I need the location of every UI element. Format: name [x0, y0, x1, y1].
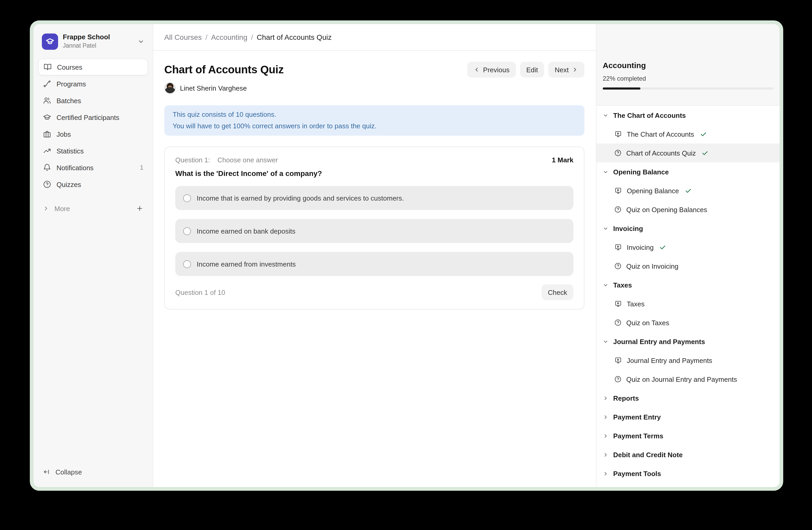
outline-lesson-quiz-on-invoicing[interactable]: Quiz on Invoicing	[596, 256, 780, 276]
chevron-down-icon	[603, 338, 608, 344]
quiz-icon	[614, 149, 622, 157]
breadcrumb-accounting[interactable]: Accounting	[211, 33, 247, 41]
video-lesson-icon	[614, 130, 622, 138]
frappe-school-logo-icon	[42, 33, 58, 50]
outline-section-invoicing[interactable]: Invoicing	[596, 219, 780, 238]
outline-section-payment-tools[interactable]: Payment Tools	[596, 464, 780, 483]
sidebar-item-label: Certified Participants	[57, 113, 119, 121]
radio-button[interactable]	[183, 260, 191, 268]
radio-button[interactable]	[183, 227, 191, 235]
video-lesson-icon	[614, 187, 622, 195]
outline-section-reports[interactable]: Reports	[596, 389, 780, 407]
sidebar-item-more[interactable]: More	[38, 200, 148, 217]
chevron-down-icon	[603, 112, 608, 118]
quiz-icon	[614, 376, 622, 383]
edit-button[interactable]: Edit	[520, 62, 545, 78]
outline-section-title: Payment Tools	[613, 470, 661, 477]
outline-section-taxes[interactable]: Taxes	[596, 276, 780, 294]
outline-lesson-label: The Chart of Accounts	[627, 130, 694, 138]
chevron-right-icon	[603, 414, 608, 420]
outline-lesson-taxes[interactable]: Taxes	[596, 294, 780, 313]
outline-lesson-the-chart-of-accounts[interactable]: The Chart of Accounts	[596, 125, 780, 143]
chevron-left-icon	[474, 67, 480, 73]
outline-section-the-chart-of-accounts[interactable]: The Chart of Accounts	[596, 106, 780, 125]
sidebar-item-batches[interactable]: Batches	[38, 92, 148, 109]
users-icon	[43, 96, 51, 105]
quiz-info-banner: This quiz consists of 10 questions. You …	[164, 105, 584, 136]
sidebar-item-jobs[interactable]: Jobs	[38, 126, 148, 142]
bell-icon	[43, 163, 51, 172]
outline-section-title: Journal Entry and Payments	[613, 337, 705, 345]
outline-lesson-label: Opening Balance	[627, 187, 679, 195]
outline-lesson-label: Journal Entry and Payments	[627, 357, 712, 364]
radio-button[interactable]	[183, 194, 191, 202]
outline-lesson-journal-entry-and-payments[interactable]: Journal Entry and Payments	[596, 351, 780, 370]
outline-section-debit-and-credit-note[interactable]: Debit and Credit Note	[596, 445, 780, 464]
breadcrumb-all-courses[interactable]: All Courses	[164, 33, 202, 41]
page-actions: Previous Edit Next	[467, 62, 584, 78]
notification-count-badge: 1	[140, 164, 143, 171]
answer-option-2[interactable]: Income earned on bank deposits	[175, 219, 574, 243]
sidebar-item-label: Statistics	[57, 147, 84, 155]
sidebar-item-certified-participants[interactable]: Certified Participants	[38, 109, 148, 126]
outline-lesson-label: Taxes	[627, 300, 644, 308]
help-circle-icon	[43, 180, 51, 189]
sidebar-item-label: Batches	[57, 97, 81, 104]
video-lesson-icon	[614, 243, 622, 251]
outline-section-journal-entry-and-payments[interactable]: Journal Entry and Payments	[596, 332, 780, 351]
outline-lesson-label: Quiz on Opening Balances	[626, 206, 707, 213]
sidebar-item-notifications[interactable]: Notifications1	[38, 159, 148, 176]
quiz-icon	[614, 206, 622, 213]
completed-check-icon	[700, 131, 707, 138]
outline-lesson-quiz-on-journal-entry-and-payments[interactable]: Quiz on Journal Entry and Payments	[596, 370, 780, 389]
trending-up-icon	[43, 147, 51, 155]
sidebar-item-programs[interactable]: Programs	[38, 75, 148, 92]
collapse-button[interactable]: Collapse	[38, 464, 148, 480]
add-button[interactable]	[136, 205, 143, 212]
quiz-page: Chart of Accounts Quiz Previous Edit	[153, 51, 596, 309]
next-button[interactable]: Next	[549, 62, 584, 78]
course-outline-list: The Chart of AccountsThe Chart of Accoun…	[596, 106, 780, 487]
outline-section-title: Payment Entry	[613, 413, 661, 421]
quiz-info-line: This quiz consists of 10 questions.	[173, 109, 576, 121]
outline-section-title: Debit and Credit Note	[613, 451, 683, 459]
check-button[interactable]: Check	[541, 284, 574, 300]
outline-section-title: Invoicing	[613, 224, 643, 232]
previous-button[interactable]: Previous	[467, 62, 516, 78]
outline-lesson-chart-of-accounts-quiz[interactable]: Chart of Accounts Quiz	[596, 143, 780, 162]
answer-option-3[interactable]: Income earned from investments	[175, 252, 574, 276]
chevron-down-icon	[603, 169, 608, 175]
sidebar-item-quizzes[interactable]: Quizzes	[38, 176, 148, 193]
workspace-switcher[interactable]: Frappe School Jannat Patel	[38, 33, 148, 50]
outline-lesson-label: Quiz on Journal Entry and Payments	[626, 375, 737, 383]
outline-section-title: The Chart of Accounts	[613, 111, 686, 119]
completed-check-icon	[659, 244, 666, 251]
outline-lesson-quiz-on-opening-balances[interactable]: Quiz on Opening Balances	[596, 200, 780, 219]
outline-lesson-invoicing[interactable]: Invoicing	[596, 238, 780, 256]
sidebar-item-statistics[interactable]: Statistics	[38, 142, 148, 159]
outline-section-payment-entry[interactable]: Payment Entry	[596, 407, 780, 426]
collapse-arrow-icon	[43, 468, 50, 476]
outline-section-opening-balance[interactable]: Opening Balance	[596, 162, 780, 181]
sidebar-item-label: Notifications	[57, 164, 93, 171]
sidebar-item-courses[interactable]: Courses	[38, 59, 148, 75]
completed-check-icon	[685, 187, 692, 194]
breadcrumb: All Courses / Accounting / Chart of Acco…	[153, 24, 596, 51]
options-list: Income that is earned by providing goods…	[175, 186, 574, 276]
outline-lesson-label: Quiz on Invoicing	[626, 262, 678, 270]
workspace-name: Frappe School	[63, 34, 110, 42]
chevron-right-icon	[43, 205, 49, 212]
answer-option-1[interactable]: Income that is earned by providing goods…	[175, 186, 574, 210]
route-icon	[43, 80, 51, 88]
author-row: Linet Sherin Varghese	[164, 82, 596, 94]
course-progress-bar	[603, 87, 773, 89]
quiz-info-line: You will have to get 100% correct answer…	[173, 121, 576, 132]
outline-section-title: Taxes	[613, 281, 632, 289]
sidebar-nav: CoursesProgramsBatchesCertified Particip…	[38, 59, 148, 193]
workspace-user: Jannat Patel	[63, 43, 110, 50]
outline-lesson-opening-balance[interactable]: Opening Balance	[596, 181, 780, 200]
question-type-hint: Choose one answer	[217, 156, 278, 164]
outline-section-payment-terms[interactable]: Payment Terms	[596, 426, 780, 445]
outline-lesson-quiz-on-taxes[interactable]: Quiz on Taxes	[596, 313, 780, 332]
app-window: Frappe School Jannat Patel CoursesProgra…	[30, 20, 783, 491]
